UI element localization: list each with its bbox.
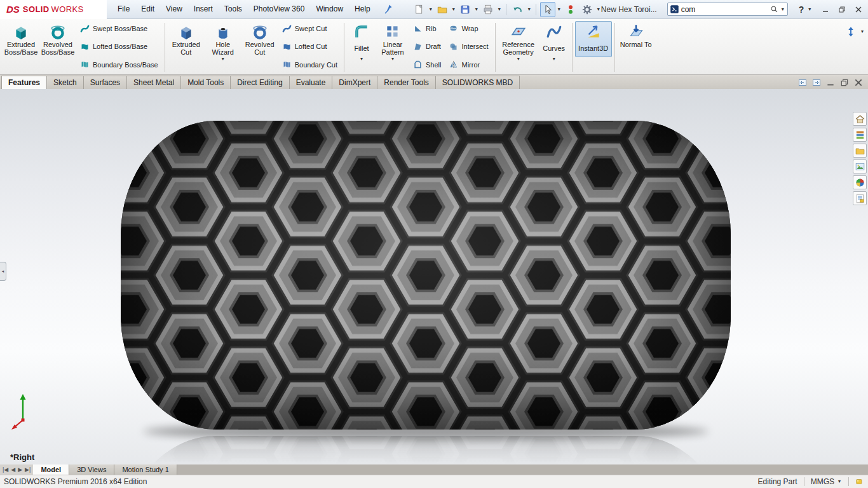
revolved-cut-button[interactable]: Revolved Cut (241, 21, 278, 57)
help-flyout-caret[interactable]: ▾ (807, 6, 812, 13)
linear-pattern-flyout-caret[interactable]: ▾ (390, 57, 395, 62)
print-button[interactable] (480, 2, 496, 17)
select-flyout-caret[interactable]: ▾ (557, 6, 562, 13)
search-input[interactable] (681, 5, 768, 14)
reference-geometry-flyout-caret[interactable]: ▾ (516, 57, 521, 62)
lofted-boss-base-button[interactable]: Lofted Boss/Base (78, 41, 161, 52)
tab-3d-views[interactable]: 3D Views (69, 464, 114, 475)
view-palette-button[interactable] (853, 159, 867, 173)
extruded-cut-button[interactable]: Extruded Cut (168, 21, 205, 57)
search-scope-icon[interactable] (670, 4, 679, 14)
draft-button[interactable]: Draft (410, 41, 444, 52)
hex-mesh-body[interactable] (113, 116, 739, 435)
menubar-pin-button[interactable] (381, 2, 397, 17)
dock-left-icon[interactable] (798, 78, 807, 87)
undo-button[interactable] (510, 2, 526, 17)
lofted-cut-button[interactable]: Lofted Cut (280, 41, 340, 52)
revolved-boss-base-label: Revolved Boss/Base (41, 41, 75, 56)
doc-minimize-icon[interactable] (826, 78, 835, 87)
custom-properties-button[interactable] (853, 191, 867, 205)
menu-tools[interactable]: Tools (219, 0, 248, 18)
graphics-viewport[interactable]: *Right ◂ (0, 89, 868, 464)
new-document-button[interactable] (412, 2, 427, 17)
menu-photoview-360[interactable]: PhotoView 360 (248, 0, 311, 18)
appearances-scenes-button[interactable] (853, 175, 867, 189)
minimize-button[interactable] (818, 3, 832, 16)
menu-insert[interactable]: Insert (188, 0, 219, 18)
tab-motion-study-1[interactable]: Motion Study 1 (114, 464, 177, 475)
tab-scroll-next[interactable]: ▶ (18, 466, 22, 473)
normal-to-button[interactable]: Normal To (618, 21, 654, 57)
tab-evaluate[interactable]: Evaluate (289, 76, 333, 89)
options-flyout-caret[interactable]: ▾ (596, 6, 601, 13)
doc-close-icon[interactable] (854, 78, 863, 87)
boundary-cut-button[interactable]: Boundary Cut (280, 59, 340, 70)
boundary-boss-base-button[interactable]: Boundary Boss/Base (78, 59, 161, 70)
menu-view[interactable]: View (160, 0, 188, 18)
save-button[interactable] (458, 2, 473, 17)
intersect-button[interactable]: Intersect (446, 41, 491, 52)
tab-scroll-prev[interactable]: ◀ (11, 466, 15, 473)
tab-features[interactable]: Features (1, 76, 47, 89)
tab-solidworks-mbd[interactable]: SOLIDWORKS MBD (435, 76, 520, 89)
tab-sketch[interactable]: Sketch (46, 76, 84, 89)
instant3d-button[interactable]: Instant3D (575, 21, 612, 57)
close-button[interactable] (851, 3, 865, 16)
revolved-boss-base-button[interactable]: Revolved Boss/Base (39, 21, 76, 57)
restore-button[interactable] (835, 3, 849, 16)
mirror-button[interactable]: Mirror (446, 59, 491, 70)
unit-system-caret[interactable]: ▾ (837, 478, 842, 485)
menu-edit[interactable]: Edit (135, 0, 160, 18)
wrap-button[interactable]: Wrap (446, 23, 491, 34)
options-button[interactable] (580, 2, 595, 17)
swept-boss-base-button[interactable]: Swept Boss/Base (78, 23, 161, 34)
ribbon-arrows-button[interactable] (843, 24, 858, 39)
menu-file[interactable]: File (112, 0, 135, 18)
hex-mesh-model[interactable] (113, 116, 739, 464)
tab-sheet-metal[interactable]: Sheet Metal (126, 76, 181, 89)
new-document-flyout-caret[interactable]: ▾ (428, 6, 433, 13)
search-options-caret[interactable]: ▾ (780, 6, 785, 13)
select-tool-button[interactable] (540, 2, 555, 17)
curves-flyout-caret[interactable]: ▾ (552, 57, 557, 62)
fillet-flyout-caret[interactable]: ▾ (359, 57, 364, 62)
tab-direct-editing[interactable]: Direct Editing (230, 76, 289, 89)
save-flyout-caret[interactable]: ▾ (474, 6, 479, 13)
open-flyout-caret[interactable]: ▾ (451, 6, 456, 13)
fillet-button[interactable]: Fillet ▾ (347, 21, 376, 63)
tab-mold-tools[interactable]: Mold Tools (180, 76, 231, 89)
feature-tree-collapse-tab[interactable]: ◂ (0, 262, 6, 281)
reference-geometry-button[interactable]: Reference Geometry ▾ (498, 21, 539, 63)
tab-scroll-first[interactable]: |◀ (3, 466, 8, 473)
menu-window[interactable]: Window (310, 0, 349, 18)
doc-restore-icon[interactable] (840, 78, 849, 87)
help-button[interactable]: ? (797, 4, 806, 15)
file-explorer-button[interactable] (853, 144, 867, 158)
menu-help[interactable]: Help (349, 0, 376, 18)
tab-surfaces[interactable]: Surfaces (83, 76, 127, 89)
rib-button[interactable]: Rib (410, 23, 444, 34)
search-box[interactable]: ▾ (667, 3, 788, 16)
print-flyout-caret[interactable]: ▾ (497, 6, 502, 13)
hole-wizard-flyout-caret[interactable]: ▾ (220, 57, 226, 62)
rebuild-button[interactable] (563, 2, 578, 17)
hole-wizard-button[interactable]: Hole Wizard ▾ (205, 21, 241, 63)
solidworks-resources-button[interactable] (853, 112, 867, 126)
extruded-boss-base-button[interactable]: Extruded Boss/Base (3, 21, 39, 57)
swept-cut-button[interactable]: Swept Cut (280, 23, 340, 34)
ribbon-arrows-caret[interactable]: ▾ (860, 29, 865, 35)
dock-right-icon[interactable] (812, 78, 821, 87)
design-library-button[interactable] (853, 128, 867, 142)
tab-scroll-last[interactable]: ▶| (25, 466, 31, 473)
open-button[interactable] (435, 2, 450, 17)
tab-render-tools[interactable]: Render Tools (377, 76, 436, 89)
linear-pattern-button[interactable]: Linear Pattern ▾ (376, 21, 409, 63)
tag-icon[interactable] (855, 477, 864, 486)
tab-model[interactable]: Model (33, 464, 69, 475)
search-icon[interactable] (770, 5, 778, 13)
shell-button[interactable]: Shell (410, 59, 444, 70)
undo-flyout-caret[interactable]: ▾ (527, 6, 532, 13)
tab-dimxpert[interactable]: DimXpert (332, 76, 377, 89)
curves-button[interactable]: Curves ▾ (539, 21, 569, 63)
unit-system-selector[interactable]: MMGS ▾ (811, 477, 842, 486)
